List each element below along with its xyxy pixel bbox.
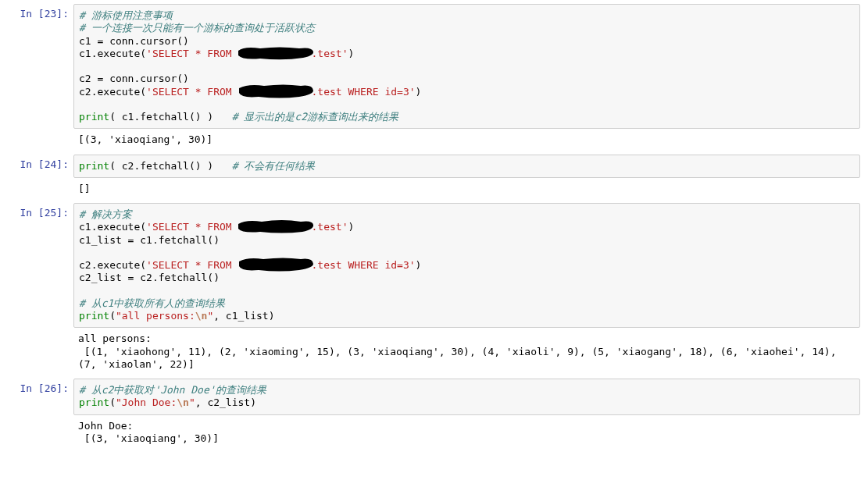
code: # 解决方案 c1.execute('SELECT * FROM .test')… xyxy=(79,208,855,322)
input-area[interactable]: # 解决方案 c1.execute('SELECT * FROM .test')… xyxy=(73,203,860,328)
cell-content: # 解决方案 c1.execute('SELECT * FROM .test')… xyxy=(73,203,860,379)
output-area: John Doe: [(3, 'xiaoqiang', 30)] xyxy=(73,415,860,453)
input-area[interactable]: print( c2.fetchall() ) # 不会有任何结果 xyxy=(73,155,860,178)
code: # 游标使用注意事项 # 一个连接一次只能有一个游标的查询处于活跃状态 c1 =… xyxy=(79,9,855,123)
input-area[interactable]: # 游标使用注意事项 # 一个连接一次只能有一个游标的查询处于活跃状态 c1 =… xyxy=(73,4,860,129)
redaction-mark xyxy=(238,48,312,59)
input-prompt: In [25]: xyxy=(8,203,73,223)
cell-content: print( c2.fetchall() ) # 不会有任何结果 [] xyxy=(73,155,860,204)
output-text: [] xyxy=(78,183,855,195)
code-cell: In [25]: # 解决方案 c1.execute('SELECT * FRO… xyxy=(8,203,860,379)
redaction-mark xyxy=(238,259,312,271)
output-area: all persons: [(1, 'xiaohong', 11), (2, '… xyxy=(73,328,860,379)
input-prompt: In [23]: xyxy=(8,4,73,24)
input-area[interactable]: # 从c2中获取对'John Doe'的查询结果 print("John Doe… xyxy=(73,379,860,415)
input-prompt: In [24]: xyxy=(8,155,73,175)
code: # 从c2中获取对'John Doe'的查询结果 print("John Doe… xyxy=(79,384,855,410)
redaction-mark xyxy=(238,221,312,233)
output-text: John Doe: [(3, 'xiaoqiang', 30)] xyxy=(78,420,855,446)
code-cell: In [26]: # 从c2中获取对'John Doe'的查询结果 print(… xyxy=(8,379,860,453)
redaction-mark xyxy=(238,86,312,98)
output-text: all persons: [(1, 'xiaohong', 11), (2, '… xyxy=(78,332,855,371)
cell-content: # 从c2中获取对'John Doe'的查询结果 print("John Doe… xyxy=(73,379,860,453)
output-text: [(3, 'xiaoqiang', 30)] xyxy=(78,133,855,146)
code-cell: In [24]: print( c2.fetchall() ) # 不会有任何结… xyxy=(8,155,860,204)
input-prompt: In [26]: xyxy=(8,379,73,399)
output-area: [] xyxy=(73,178,860,203)
cell-content: # 游标使用注意事项 # 一个连接一次只能有一个游标的查询处于活跃状态 c1 =… xyxy=(73,4,860,155)
code: print( c2.fetchall() ) # 不会有任何结果 xyxy=(79,160,855,172)
code-cell: In [23]: # 游标使用注意事项 # 一个连接一次只能有一个游标的查询处于… xyxy=(8,4,860,155)
output-area: [(3, 'xiaoqiang', 30)] xyxy=(73,129,860,154)
